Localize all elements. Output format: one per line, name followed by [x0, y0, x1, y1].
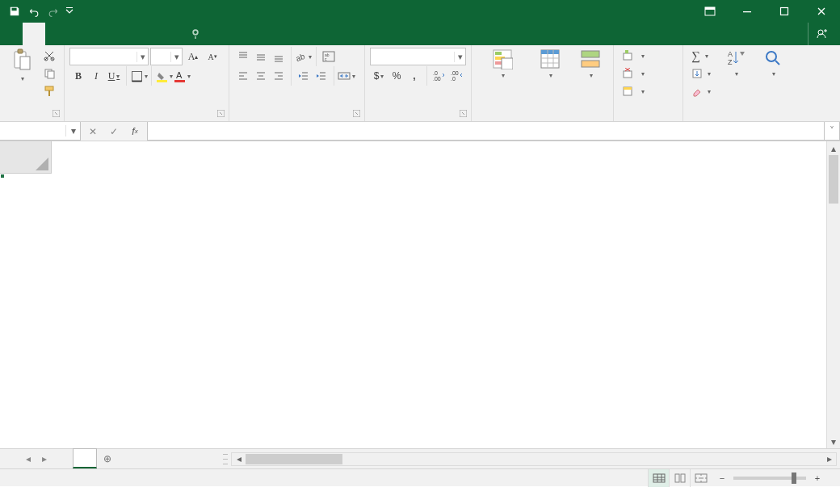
zoom-out-icon[interactable]: −: [716, 473, 729, 483]
insert-function-icon[interactable]: fx: [126, 123, 144, 141]
underline-icon[interactable]: U▾: [105, 67, 123, 85]
sort-filter-button[interactable]: AZ ▾: [717, 47, 754, 78]
fill-handle[interactable]: [0, 174, 5, 178]
number-launcher-icon[interactable]: [458, 108, 468, 118]
tab-review[interactable]: [136, 23, 158, 45]
tab-file[interactable]: [0, 23, 23, 45]
share-button[interactable]: [808, 23, 840, 45]
align-middle-icon[interactable]: [252, 48, 270, 65]
selection-outline: [0, 174, 3, 177]
format-cells-button[interactable]: ▾: [619, 82, 648, 100]
svg-point-5: [194, 31, 198, 35]
decrease-indent-icon[interactable]: [295, 67, 313, 85]
align-left-icon[interactable]: [234, 67, 252, 85]
ribbon-options-icon[interactable]: [691, 0, 729, 23]
delete-cells-button[interactable]: ▾: [619, 65, 648, 82]
tab-page-layout[interactable]: [68, 23, 90, 45]
find-select-button[interactable]: ▾: [754, 47, 792, 78]
align-bottom-icon[interactable]: [270, 48, 288, 65]
copy-icon[interactable]: [40, 65, 58, 82]
fill-color-icon[interactable]: ▾: [155, 67, 173, 85]
close-button[interactable]: [803, 0, 840, 23]
autosum-icon[interactable]: ∑▾: [688, 47, 714, 65]
tab-split-handle[interactable]: [223, 452, 228, 466]
increase-indent-icon[interactable]: [313, 67, 330, 85]
cell-styles-button[interactable]: ▾: [573, 47, 608, 80]
name-box-dropdown-icon[interactable]: ▾: [65, 125, 80, 136]
maximize-button[interactable]: [766, 0, 803, 23]
vscroll-thumb[interactable]: [829, 155, 838, 204]
align-center-icon[interactable]: [252, 67, 270, 85]
minimize-button[interactable]: [729, 0, 766, 23]
vertical-scrollbar[interactable]: ▴ ▾: [826, 141, 840, 448]
orientation-icon[interactable]: ab▾: [295, 48, 313, 65]
cancel-formula-icon[interactable]: ✕: [84, 123, 102, 141]
italic-icon[interactable]: I: [87, 67, 105, 85]
sheet-tab-active[interactable]: [73, 448, 97, 468]
sheet-nav[interactable]: ◂▸: [0, 449, 73, 468]
tell-me-search[interactable]: [189, 23, 205, 45]
tab-data[interactable]: [113, 23, 136, 45]
scroll-up-icon[interactable]: ▴: [827, 141, 840, 155]
bold-icon[interactable]: B: [69, 67, 87, 85]
font-name-combo[interactable]: ▾: [69, 48, 149, 65]
add-sheet-icon[interactable]: ⊕: [97, 449, 118, 468]
increase-decimal-icon[interactable]: .0.00: [430, 67, 448, 85]
decrease-decimal-icon[interactable]: .00.0: [448, 67, 466, 85]
quick-access-toolbar: [0, 2, 76, 21]
tab-home[interactable]: [23, 23, 45, 45]
align-right-icon[interactable]: [270, 67, 288, 85]
svg-point-79: [766, 52, 776, 61]
horizontal-scrollbar[interactable]: ◂ ▸: [231, 452, 837, 466]
redo-icon[interactable]: [44, 2, 63, 21]
tab-insert[interactable]: [45, 23, 68, 45]
formula-bar-expand-icon[interactable]: ˅: [824, 122, 840, 141]
normal-view-icon[interactable]: [648, 469, 669, 487]
wrap-text-icon[interactable]: abc: [320, 48, 338, 65]
tab-view[interactable]: [158, 23, 181, 45]
page-layout-view-icon[interactable]: [669, 469, 690, 487]
group-styles: ▾ ▾ ▾: [472, 45, 614, 121]
cut-icon[interactable]: [40, 47, 58, 65]
font-launcher-icon[interactable]: [216, 108, 225, 118]
paste-button[interactable]: ▾: [5, 47, 39, 83]
formula-input[interactable]: [147, 122, 824, 141]
zoom-slider[interactable]: [733, 477, 806, 480]
fill-icon[interactable]: ▾: [688, 65, 714, 82]
worksheet-grid[interactable]: ▴ ▾: [0, 141, 840, 448]
format-painter-icon[interactable]: [40, 82, 58, 100]
clipboard-launcher-icon[interactable]: [51, 108, 61, 118]
increase-font-icon[interactable]: A▴: [184, 48, 202, 65]
scroll-left-icon[interactable]: ◂: [232, 453, 246, 464]
clear-icon[interactable]: ▾: [688, 82, 714, 100]
align-top-icon[interactable]: [234, 48, 252, 65]
font-size-combo[interactable]: ▾: [150, 48, 183, 65]
save-icon[interactable]: [5, 2, 24, 21]
merge-center-icon[interactable]: ▾: [338, 67, 355, 85]
number-format-combo[interactable]: ▾: [370, 48, 466, 65]
percent-format-icon[interactable]: %: [388, 67, 405, 85]
scroll-down-icon[interactable]: ▾: [827, 435, 840, 448]
hscroll-thumb[interactable]: [246, 454, 342, 464]
insert-cells-button[interactable]: ▾: [619, 47, 648, 65]
comma-format-icon[interactable]: ,: [405, 67, 423, 85]
svg-rect-75: [624, 87, 632, 90]
scroll-right-icon[interactable]: ▸: [822, 453, 836, 464]
svg-rect-4: [781, 8, 788, 15]
tab-formulas[interactable]: [90, 23, 113, 45]
enter-formula-icon[interactable]: ✓: [105, 123, 123, 141]
zoom-in-icon[interactable]: +: [811, 473, 824, 483]
decrease-font-icon[interactable]: A▾: [204, 48, 221, 65]
font-color-icon[interactable]: A▾: [173, 67, 191, 85]
page-break-view-icon[interactable]: [690, 469, 711, 487]
format-as-table-button[interactable]: ▾: [528, 47, 573, 80]
alignment-launcher-icon[interactable]: [351, 108, 361, 118]
conditional-formatting-button[interactable]: ▾: [477, 47, 528, 80]
borders-icon[interactable]: ▾: [130, 67, 148, 85]
undo-icon[interactable]: [24, 2, 44, 21]
svg-rect-0: [66, 7, 73, 8]
select-all-corner[interactable]: [0, 141, 52, 174]
accounting-format-icon[interactable]: $▾: [370, 67, 388, 85]
name-box[interactable]: ▾: [0, 122, 81, 141]
qat-customize-icon[interactable]: [63, 2, 76, 21]
